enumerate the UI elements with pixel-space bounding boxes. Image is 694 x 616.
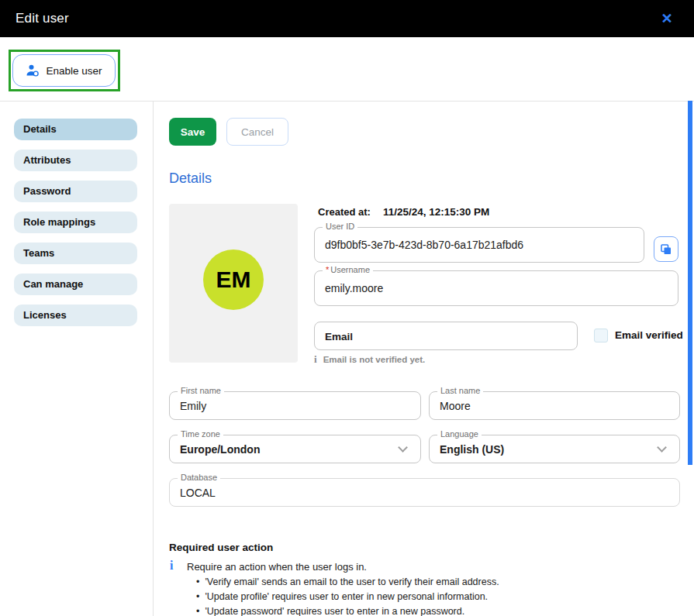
copy-button[interactable] — [654, 236, 678, 262]
sidebar-item-teams[interactable]: Teams — [14, 243, 137, 264]
sidebar-item-attributes[interactable]: Attributes — [14, 150, 137, 171]
username-field[interactable]: *Username emily.moore — [314, 270, 678, 306]
database-field: Database LOCAL — [169, 478, 680, 507]
sidebar-item-licenses[interactable]: Licenses — [14, 305, 137, 326]
email-info-text: Email is not verified yet. — [323, 355, 426, 364]
required-action-heading: Required user action — [169, 542, 273, 553]
chevron-down-icon — [657, 442, 667, 453]
time-zone-select[interactable]: Time zone Europe/London — [169, 435, 421, 463]
required-action-bullet: •'Verify email' sends an email to the us… — [196, 576, 499, 587]
dialog-title: Edit user — [16, 0, 69, 37]
email-info-row: i Email is not verified yet. — [314, 353, 425, 366]
avatar-initials: EM — [203, 249, 264, 310]
database-label: Database — [178, 473, 220, 482]
avatar: EM — [169, 204, 298, 363]
username-label: *Username — [323, 265, 373, 274]
info-icon: i — [170, 559, 173, 573]
sidebar-item-can-manage[interactable]: Can manage — [14, 274, 137, 295]
enable-user-label: Enable user — [46, 65, 102, 77]
save-button[interactable]: Save — [169, 118, 216, 146]
section-heading: Details — [169, 170, 212, 187]
language-select[interactable]: Language English (US) — [429, 435, 680, 463]
cancel-button[interactable]: Cancel — [226, 118, 288, 146]
user-id-value: d9fb0bf5-3e7b-423d-8b70-6a17b21afbd6 — [325, 239, 523, 251]
sidebar-item-details[interactable]: Details — [14, 119, 137, 140]
user-id-field[interactable]: User ID d9fb0bf5-3e7b-423d-8b70-6a17b21a… — [314, 227, 644, 263]
required-marker: * — [326, 265, 329, 274]
created-at-value: 11/25/24, 12:15:30 PM — [383, 206, 489, 218]
first-name-label: First name — [178, 386, 224, 395]
copy-icon — [660, 243, 672, 256]
time-zone-value: Europe/London — [180, 443, 260, 456]
created-at-row: Created at:11/25/24, 12:15:30 PM — [318, 206, 489, 218]
first-name-field[interactable]: First name Emily — [169, 391, 421, 420]
email-verified-checkbox[interactable] — [594, 329, 608, 342]
required-action-bullet: •'Update password' requires user to ente… — [196, 606, 464, 616]
enable-user-button[interactable]: Enable user — [12, 54, 116, 87]
username-value: emily.moore — [325, 282, 383, 294]
last-name-field[interactable]: Last name Moore — [429, 391, 680, 420]
close-icon[interactable]: ✕ — [657, 9, 677, 29]
info-icon: i — [314, 353, 317, 366]
created-at-label: Created at: — [318, 206, 371, 218]
last-name-value: Moore — [440, 400, 471, 412]
dialog-header: Edit user ✕ — [0, 0, 694, 37]
sidebar-item-role-mappings[interactable]: Role mappings — [14, 212, 137, 233]
edit-user-dialog: Edit user ✕ Enable user Details Attribut… — [0, 0, 694, 616]
first-name-value: Emily — [180, 400, 206, 412]
email-placeholder: Email — [325, 330, 353, 342]
required-action-intro: Require an action when the user logs in. — [187, 561, 367, 573]
language-label: Language — [437, 429, 482, 439]
email-field[interactable]: Email — [314, 322, 578, 350]
user-id-label: User ID — [323, 222, 357, 231]
divider-vertical — [153, 101, 154, 616]
sidebar-item-password[interactable]: Password — [14, 181, 137, 202]
required-action-bullet: •'Update profile' requires user to enter… — [196, 591, 488, 602]
last-name-label: Last name — [437, 386, 483, 395]
chevron-down-icon — [398, 442, 408, 453]
email-verified-label: Email verified — [615, 329, 683, 341]
language-value: English (US) — [440, 443, 504, 456]
time-zone-label: Time zone — [178, 429, 223, 439]
database-value: LOCAL — [180, 487, 216, 499]
divider-horizontal — [0, 101, 694, 102]
user-enable-icon — [26, 64, 40, 77]
scrollbar-thumb[interactable] — [688, 101, 692, 465]
